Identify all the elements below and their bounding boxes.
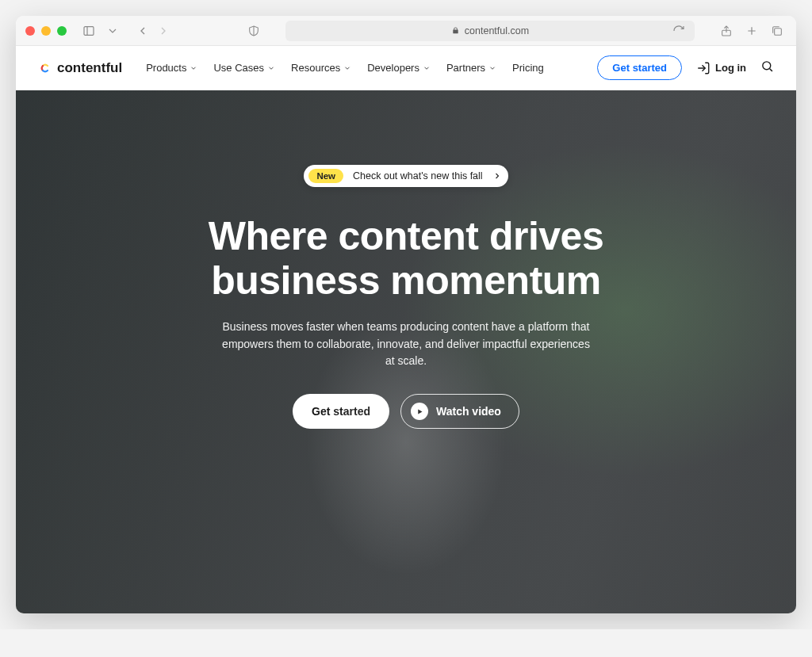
- nav-partners[interactable]: Partners: [446, 62, 496, 74]
- refresh-button[interactable]: [669, 21, 688, 40]
- svg-marker-9: [418, 409, 422, 414]
- tab-overview-icon[interactable]: [103, 21, 122, 40]
- svg-rect-5: [775, 28, 782, 35]
- announcement-text: Check out what's new this fall: [353, 170, 483, 181]
- svg-point-7: [763, 62, 771, 70]
- new-tab-icon[interactable]: [742, 21, 761, 40]
- chevron-down-icon: [423, 64, 431, 72]
- play-icon: [411, 403, 428, 420]
- sidebar-toggle-icon[interactable]: [79, 21, 98, 40]
- chevron-down-icon: [488, 64, 496, 72]
- site-header: contentful Products Use Cases Resources …: [16, 46, 796, 90]
- chevron-right-icon: [492, 171, 502, 181]
- hero-subtitle: Business moves faster when teams produci…: [220, 319, 592, 370]
- shield-icon[interactable]: [244, 21, 263, 40]
- close-window-button[interactable]: [25, 26, 35, 36]
- get-started-button[interactable]: Get started: [597, 55, 682, 80]
- nav-use-cases[interactable]: Use Cases: [213, 62, 275, 74]
- header-right: Get started Log in: [597, 55, 774, 80]
- new-badge: New: [308, 169, 343, 183]
- minimize-window-button[interactable]: [41, 26, 51, 36]
- search-icon: [760, 59, 774, 73]
- brand-logo[interactable]: contentful: [38, 60, 122, 76]
- chevron-down-icon: [267, 64, 275, 72]
- back-button[interactable]: [133, 21, 152, 40]
- watch-video-button[interactable]: Watch video: [400, 394, 519, 429]
- brand-name: contentful: [57, 60, 122, 76]
- chevron-down-icon: [190, 64, 197, 72]
- login-link[interactable]: Log in: [696, 61, 746, 75]
- hero-actions: Get started Watch video: [293, 394, 519, 429]
- hero-title: Where content drives business momentum: [209, 214, 603, 303]
- browser-chrome: contentful.com: [16, 16, 796, 46]
- forward-button[interactable]: [154, 21, 173, 40]
- tabs-icon[interactable]: [768, 21, 787, 40]
- hero-section: New Check out what's new this fall Where…: [16, 90, 796, 613]
- login-icon: [696, 61, 710, 75]
- nav-products[interactable]: Products: [146, 62, 197, 74]
- traffic-lights: [25, 26, 67, 36]
- share-icon[interactable]: [717, 21, 736, 40]
- svg-line-8: [770, 69, 772, 71]
- nav-developers[interactable]: Developers: [367, 62, 431, 74]
- svg-rect-0: [84, 26, 94, 35]
- browser-window: contentful.com contentful: [16, 16, 796, 613]
- contentful-logo-icon: [38, 61, 52, 75]
- nav-resources[interactable]: Resources: [291, 62, 351, 74]
- url-text: contentful.com: [465, 25, 529, 36]
- announcement-pill[interactable]: New Check out what's new this fall: [304, 165, 508, 187]
- address-bar[interactable]: contentful.com: [285, 21, 695, 41]
- chevron-down-icon: [343, 64, 351, 72]
- main-nav: Products Use Cases Resources Developers …: [146, 62, 544, 74]
- hero-get-started-button[interactable]: Get started: [293, 394, 389, 429]
- search-button[interactable]: [760, 59, 774, 76]
- maximize-window-button[interactable]: [57, 26, 67, 36]
- nav-pricing[interactable]: Pricing: [512, 62, 544, 74]
- lock-icon: [451, 26, 460, 35]
